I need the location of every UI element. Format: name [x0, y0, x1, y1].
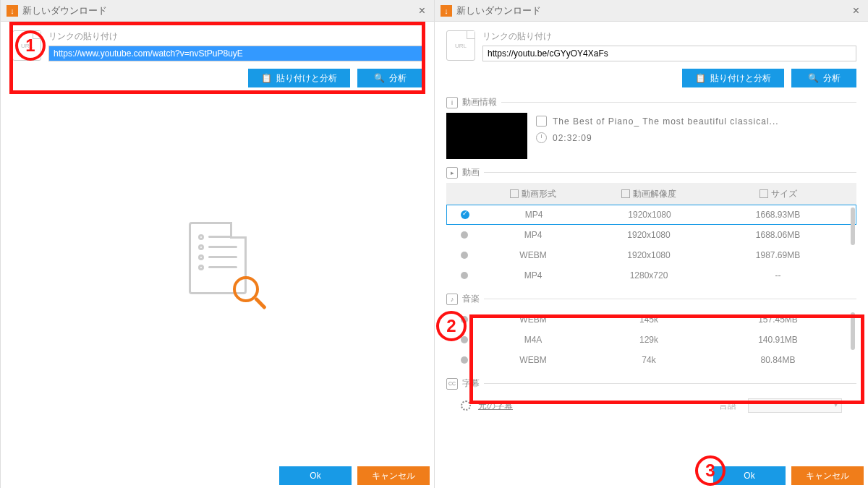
size-cell: --: [714, 270, 856, 281]
badge-1: 1: [15, 30, 46, 61]
video-title-text: The Best of Piano_ The most beautiful cl…: [553, 116, 779, 127]
size-cell: 80.84MB: [714, 355, 856, 365]
badge-2: 2: [436, 311, 467, 341]
resolution-cell: 1920x1080: [584, 250, 714, 260]
audio-heading: 音楽: [462, 293, 480, 305]
scrollbar-thumb[interactable]: [851, 207, 855, 245]
cancel-button[interactable]: キャンセル: [791, 466, 864, 485]
loading-spinner-icon: [461, 401, 471, 411]
radio-icon[interactable]: [461, 231, 468, 239]
radio-icon[interactable]: [461, 336, 468, 343]
left-content: URL リンクの貼り付け 📋 貼り付けと分析 🔍 分析: [1, 22, 434, 465]
bitrate-cell: 145k: [584, 314, 714, 325]
subtitles-heading: 字幕: [462, 377, 480, 390]
badge-3: 3: [695, 455, 726, 486]
format-cell: WEBM: [482, 250, 584, 260]
resolution-cell: 1920x1080: [584, 210, 715, 220]
scrollbar-thumb[interactable]: [851, 312, 855, 350]
url-file-icon: URL: [446, 30, 475, 61]
original-subtitles-link[interactable]: 元の字幕: [478, 400, 513, 412]
size-cell: 1987.69MB: [714, 250, 856, 260]
info-icon: i: [446, 97, 458, 108]
video-formats-section: ▸ 動画 動画形式 動画解像度 サイズ MP41920x10801668.93M…: [446, 166, 856, 286]
ok-button[interactable]: Ok: [279, 466, 352, 485]
cancel-button[interactable]: キャンセル: [357, 466, 430, 485]
close-icon[interactable]: ×: [416, 4, 428, 17]
app-download-icon: ↓: [441, 5, 452, 17]
link-paste-label: リンクの貼り付け: [482, 30, 856, 43]
cc-icon: CC: [446, 378, 458, 390]
radio-icon[interactable]: [461, 272, 468, 279]
clipboard-search-icon: 📋: [261, 73, 272, 83]
radio-icon[interactable]: [461, 356, 468, 364]
link-paste-section: URL リンクの貼り付け 📋 貼り付けと分析 🔍 分析: [446, 30, 856, 87]
url-input[interactable]: [48, 46, 422, 61]
video-info-section: i 動画情報 The Best of Piano_ The most beaut…: [446, 96, 856, 159]
search-icon: 🔍: [808, 73, 819, 83]
language-label: 言語: [719, 400, 736, 412]
close-icon[interactable]: ×: [850, 4, 862, 17]
resolution-cell: 1280x720: [584, 270, 714, 281]
left-footer: Ok キャンセル: [279, 466, 434, 485]
video-format-row[interactable]: MP41920x10801688.06MB: [446, 225, 856, 245]
analyze-button[interactable]: 🔍 分析: [791, 69, 856, 87]
size-cell: 1688.06MB: [714, 230, 856, 240]
link-paste-section: URL リンクの貼り付け 📋 貼り付けと分析 🔍 分析: [12, 30, 422, 87]
video-table-header: 動画形式 動画解像度 サイズ: [446, 183, 856, 205]
audio-format-row[interactable]: WEBM74k80.84MB: [446, 350, 856, 370]
format-cell: MP4: [482, 270, 584, 281]
analyze-button[interactable]: 🔍 分析: [357, 69, 422, 87]
video-icon: ▸: [446, 167, 458, 179]
audio-rows-list: WEBM145k157.45MBM4A129k140.91MBWEBM74k80…: [446, 309, 856, 370]
format-cell: MP4: [483, 210, 584, 220]
left-pane: ↓ 新しいダウンロード × URL リンクの貼り付け 📋 貼り付けと分析 🔍 分…: [0, 0, 434, 488]
video-heading: 動画: [462, 166, 480, 179]
resolution-cell: 1920x1080: [584, 230, 714, 240]
size-cell: 1668.93MB: [715, 210, 856, 220]
window-title: 新しいダウンロード: [456, 4, 850, 17]
titlebar-left: ↓ 新しいダウンロード ×: [1, 0, 434, 22]
language-select[interactable]: [748, 398, 842, 413]
radio-selected-icon[interactable]: [461, 210, 469, 219]
magnifier-icon: [233, 276, 259, 302]
video-format-row[interactable]: MP41920x10801668.93MB: [446, 205, 856, 225]
size-icon: [760, 189, 768, 198]
paste-analyze-button[interactable]: 📋 貼り付けと分析: [248, 69, 350, 87]
format-icon: [510, 189, 519, 198]
music-icon: ♪: [446, 294, 458, 305]
bitrate-cell: 129k: [584, 335, 714, 345]
link-paste-label: リンクの貼り付け: [48, 30, 422, 43]
video-thumbnail: [446, 113, 527, 159]
size-cell: 140.91MB: [714, 335, 856, 345]
format-cell: MP4: [482, 230, 584, 240]
audio-format-row[interactable]: M4A129k140.91MB: [446, 330, 856, 350]
audio-formats-section: ♪ 音楽 WEBM145k157.45MBM4A129k140.91MBWEBM…: [446, 293, 856, 370]
video-rows-list: MP41920x10801668.93MBMP41920x10801688.06…: [446, 205, 856, 286]
paste-analyze-button[interactable]: 📋 貼り付けと分析: [682, 69, 784, 87]
video-format-row[interactable]: MP41280x720--: [446, 265, 856, 286]
url-input[interactable]: [482, 46, 856, 61]
file-icon: [536, 116, 547, 127]
size-cell: 157.45MB: [714, 314, 856, 325]
bitrate-cell: 74k: [584, 355, 714, 365]
video-format-row[interactable]: WEBM1920x10801987.69MB: [446, 245, 856, 265]
audio-format-row[interactable]: WEBM145k157.45MB: [446, 309, 856, 330]
resolution-icon: [621, 189, 630, 198]
format-cell: WEBM: [482, 314, 584, 325]
titlebar-right: ↓ 新しいダウンロード ×: [435, 0, 868, 22]
right-footer: Ok キャンセル: [713, 466, 868, 485]
right-content: URL リンクの貼り付け 📋 貼り付けと分析 🔍 分析: [435, 22, 868, 465]
subtitles-section: CC 字幕 元の字幕 言語: [446, 377, 856, 417]
search-icon: 🔍: [374, 73, 385, 83]
clipboard-search-icon: 📋: [695, 73, 706, 83]
empty-state-icon: [189, 222, 247, 294]
window-title: 新しいダウンロード: [22, 4, 416, 17]
duration-text: 02:32:09: [553, 133, 592, 143]
format-cell: WEBM: [482, 355, 584, 365]
app-download-icon: ↓: [7, 5, 18, 17]
video-info-heading: 動画情報: [462, 96, 497, 108]
radio-icon[interactable]: [461, 252, 468, 259]
format-cell: M4A: [482, 335, 584, 345]
right-pane: ↓ 新しいダウンロード × URL リンクの貼り付け 📋 貼り付けと分析 🔍 分…: [434, 0, 868, 488]
clock-icon: [536, 132, 547, 143]
